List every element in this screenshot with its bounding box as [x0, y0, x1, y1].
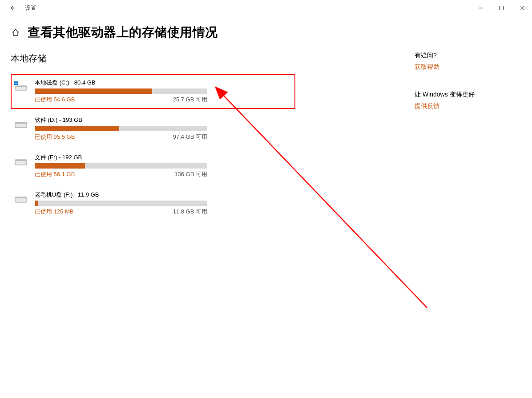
drive-stats: 已使用 56.1 GB136 GB 可用 — [35, 170, 207, 178]
drive-row[interactable]: 老毛桃U盘 (F:) - 11.9 GB已使用 125 MB11.8 GB 可用 — [11, 186, 295, 221]
minimize-button[interactable] — [471, 0, 491, 16]
drive-stats: 已使用 95.5 GB97.4 GB 可用 — [35, 133, 207, 141]
drive-stats: 已使用 125 MB11.8 GB 可用 — [35, 208, 207, 216]
back-button[interactable] — [8, 4, 17, 12]
svg-rect-5 — [15, 122, 27, 124]
drive-icon — [14, 119, 28, 129]
usage-bar — [35, 126, 207, 131]
drive-free: 11.8 GB 可用 — [173, 208, 207, 216]
drive-row[interactable]: 软件 (D:) - 193 GB已使用 95.5 GB97.4 GB 可用 — [11, 112, 295, 146]
home-button[interactable] — [11, 28, 20, 37]
system-drive-icon — [14, 81, 28, 92]
drive-row[interactable]: 本地磁盘 (C:) - 80.4 GB已使用 54.6 GB25.7 GB 可用 — [11, 74, 295, 109]
minimize-icon — [479, 6, 483, 10]
usage-bar-fill — [35, 163, 85, 169]
maximize-button[interactable] — [491, 0, 512, 16]
section-heading: 本地存储 — [11, 52, 295, 64]
svg-rect-0 — [500, 6, 504, 10]
title-bar: 设置 — [0, 0, 532, 16]
drive-free: 136 GB 可用 — [174, 170, 207, 178]
maximize-icon — [499, 6, 504, 10]
usage-bar-fill — [35, 126, 119, 131]
window-controls — [471, 0, 532, 16]
drive-icon — [14, 156, 28, 167]
svg-rect-7 — [15, 160, 27, 161]
page-title: 查看其他驱动器上的存储使用情况 — [28, 24, 218, 41]
arrow-left-icon — [9, 5, 16, 11]
usage-bar — [35, 88, 207, 94]
drive-label: 软件 (D:) - 193 GB — [35, 116, 292, 124]
close-button[interactable] — [512, 0, 532, 16]
drive-icon — [14, 193, 28, 204]
drive-used: 已使用 56.1 GB — [35, 170, 75, 178]
help-heading: 有疑问? — [415, 52, 475, 60]
window-title: 设置 — [25, 4, 36, 12]
help-sidebar: 有疑问? 获取帮助 让 Windows 变得更好 提供反馈 — [415, 52, 475, 130]
make-better-heading: 让 Windows 变得更好 — [415, 91, 475, 99]
svg-rect-9 — [15, 197, 27, 198]
get-help-link[interactable]: 获取帮助 — [415, 63, 475, 71]
drive-used: 已使用 95.5 GB — [35, 133, 75, 141]
svg-rect-2 — [15, 86, 27, 87]
main-content: 本地存储 本地磁盘 (C:) - 80.4 GB已使用 54.6 GB25.7 … — [11, 52, 295, 224]
drive-used: 已使用 54.6 GB — [35, 96, 75, 104]
feedback-link[interactable]: 提供反馈 — [415, 102, 475, 110]
drive-used: 已使用 125 MB — [35, 208, 73, 216]
usage-bar — [35, 163, 207, 169]
drive-label: 文件 (E:) - 192 GB — [35, 153, 292, 161]
drive-row[interactable]: 文件 (E:) - 192 GB已使用 56.1 GB136 GB 可用 — [11, 149, 295, 184]
page-header: 查看其他驱动器上的存储使用情况 — [0, 16, 532, 49]
usage-bar-fill — [35, 201, 38, 206]
drive-stats: 已使用 54.6 GB25.7 GB 可用 — [35, 96, 207, 104]
drive-label: 本地磁盘 (C:) - 80.4 GB — [35, 79, 292, 87]
home-icon — [12, 28, 20, 36]
drive-label: 老毛桃U盘 (F:) - 11.9 GB — [35, 191, 292, 199]
usage-bar-fill — [35, 88, 152, 94]
close-icon — [520, 6, 524, 10]
drive-free: 25.7 GB 可用 — [173, 96, 207, 104]
drive-free: 97.4 GB 可用 — [173, 133, 207, 141]
usage-bar — [35, 201, 207, 206]
